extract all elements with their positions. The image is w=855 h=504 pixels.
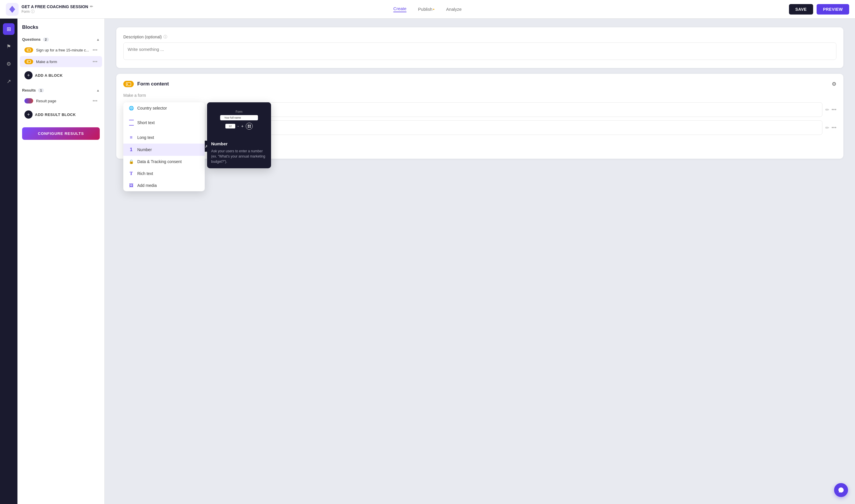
field-more-icon-2[interactable]: •••: [832, 125, 836, 130]
form-content-title-row: Form content: [123, 81, 169, 87]
dropdown-item-short-text[interactable]: — — Short text: [123, 114, 205, 131]
svg-point-2: [28, 50, 29, 51]
dropdown-item-tracking[interactable]: 🔒 Data & Tracking consent: [123, 156, 205, 167]
nav-right: SAVE PREVIEW: [789, 4, 849, 15]
chat-bubble[interactable]: [834, 483, 848, 497]
dropdown-item-country[interactable]: 🌐 Country selector: [123, 102, 205, 114]
tooltip-num-field: 12: [225, 124, 235, 128]
questions-count: 2: [43, 37, 49, 41]
field-actions-1: ✏ •••: [825, 107, 836, 112]
add-result-label: ADD RESULT BLOCK: [35, 112, 76, 117]
block-item-r1[interactable]: Result page •••: [20, 95, 102, 106]
content-area: Description (optional) ⓘ Form content ⚙ …: [105, 19, 855, 504]
questions-section-header[interactable]: Questions 2 ▲: [17, 35, 104, 44]
lines-icon: ≡: [128, 135, 134, 140]
info-icon[interactable]: ⓘ: [31, 9, 35, 14]
description-info-icon[interactable]: ⓘ: [163, 34, 167, 39]
description-label: Description (optional) ⓘ: [123, 34, 836, 39]
fields-container: ✏ ••• ✏ •••: [211, 102, 836, 135]
questions-label: Questions 2: [22, 37, 49, 41]
sidebar-icon-flag[interactable]: ⚑: [3, 41, 15, 52]
edit-title-icon[interactable]: ✏: [90, 4, 93, 9]
block-icon-r1: [24, 98, 33, 104]
publish-dot: •: [433, 7, 435, 12]
description-card: Description (optional) ⓘ: [116, 27, 843, 68]
app-logo[interactable]: [6, 3, 19, 16]
tooltip-minus-icon: -: [238, 124, 239, 128]
configure-results-button[interactable]: CONFIGURE RESULTS: [22, 127, 100, 140]
nav-analyze[interactable]: Analyze: [446, 7, 461, 12]
dropdown-item-number[interactable]: 1 Number: [123, 144, 205, 156]
add-result-plus-icon: +: [24, 110, 33, 119]
blocks-panel-title: Blocks: [17, 24, 104, 35]
blocks-panel: Blocks Questions 2 ▲ Sign up for a free …: [17, 19, 105, 504]
block-more-q1[interactable]: •••: [92, 47, 98, 53]
description-textarea[interactable]: [123, 42, 836, 60]
preview-button[interactable]: PREVIEW: [817, 4, 849, 15]
block-label-r1: Result page: [36, 99, 90, 103]
results-section-header[interactable]: Results 1 ▲: [17, 86, 104, 95]
results-count: 1: [38, 88, 44, 92]
block-icon-q2: [24, 59, 33, 64]
form-badge-icon: [123, 81, 134, 87]
dropdown-item-long-text[interactable]: ≡ Long text: [123, 131, 205, 144]
svg-rect-7: [248, 125, 249, 126]
svg-point-6: [127, 84, 128, 85]
form-content-title: Form content: [137, 81, 169, 87]
media-icon: 🖼: [128, 183, 134, 188]
field-edit-icon-1[interactable]: ✏: [825, 107, 829, 112]
number-icon: 1: [128, 147, 134, 152]
block-more-q2[interactable]: •••: [92, 59, 98, 64]
sidebar-icon-gear[interactable]: ⚙: [3, 58, 15, 70]
project-info: GET A FREE COACHING SESSION ✏ Form ⓘ: [21, 4, 93, 14]
questions-chevron: ▲: [96, 37, 100, 41]
svg-rect-10: [249, 126, 251, 128]
main-layout: ⊞ ⚑ ⚙ ↗ Blocks Questions 2 ▲ Sign up for…: [0, 19, 855, 504]
block-more-r1[interactable]: •••: [92, 98, 98, 104]
block-item-q2[interactable]: Make a form •••: [20, 56, 102, 67]
nav-publish[interactable]: Publish•: [418, 7, 435, 12]
field-input-1[interactable]: [211, 102, 822, 117]
add-result-block-button[interactable]: + ADD RESULT BLOCK: [20, 108, 102, 122]
tooltip-grid-icon: [246, 123, 253, 130]
lock-icon: 🔒: [128, 159, 134, 164]
results-label: Results 1: [22, 88, 44, 92]
block-label-q1: Sign up for a free 15-minute c...: [36, 48, 90, 52]
icon-sidebar: ⊞ ⚑ ⚙ ↗: [0, 19, 17, 504]
sidebar-icon-share[interactable]: ↗: [3, 76, 15, 87]
tooltip-preview-image: Form Your full name 12 - +: [207, 102, 271, 137]
form-subtitle: Make a form: [123, 93, 836, 98]
nav-create[interactable]: Create: [394, 6, 406, 12]
field-row-2: ✏ •••: [211, 120, 836, 135]
add-block-plus-icon: +: [24, 71, 33, 79]
block-label-q2: Make a form: [36, 59, 90, 64]
nav-center: Create Publish• Analyze: [394, 6, 462, 12]
dropdown-item-media[interactable]: 🖼 Add media: [123, 180, 205, 191]
tooltip-description: Ask your users to enter a number (ex. "W…: [211, 148, 267, 164]
dropdown-menu: 🌐 Country selector — — Short text ≡ Long…: [123, 102, 205, 191]
number-tooltip-popup: Form Your full name 12 - +: [207, 102, 271, 168]
tooltip-name-field: Your full name: [220, 115, 258, 120]
dropdown-item-rich-text[interactable]: T Rich text: [123, 167, 205, 180]
form-content-gear-icon[interactable]: ⚙: [832, 81, 836, 87]
save-button[interactable]: SAVE: [789, 4, 813, 15]
topnav: GET A FREE COACHING SESSION ✏ Form ⓘ Cre…: [0, 0, 855, 19]
svg-point-4: [28, 61, 29, 62]
form-fields-area: 🌐 Country selector — — Short text ≡ Long…: [123, 102, 836, 135]
field-edit-icon-2[interactable]: ✏: [825, 125, 829, 130]
block-icon-q1: [24, 47, 33, 53]
field-more-icon-1[interactable]: •••: [832, 107, 836, 112]
add-block-button[interactable]: + ADD A BLOCK: [20, 68, 102, 82]
tooltip-form-label: Form: [235, 110, 242, 113]
field-input-2[interactable]: [211, 120, 822, 135]
field-actions-2: ✏ •••: [825, 125, 836, 130]
form-content-card: Form content ⚙ Make a form 🌐 Country sel…: [116, 74, 843, 159]
svg-rect-9: [248, 126, 249, 128]
form-content-header: Form content ⚙: [123, 81, 836, 87]
sidebar-icon-grid[interactable]: ⊞: [3, 23, 15, 35]
results-chevron: ▲: [96, 88, 100, 92]
tooltip-title: Number: [211, 141, 267, 146]
project-title: GET A FREE COACHING SESSION ✏: [21, 4, 93, 9]
field-row-1: ✏ •••: [211, 102, 836, 117]
block-item-q1[interactable]: Sign up for a free 15-minute c... •••: [20, 44, 102, 55]
